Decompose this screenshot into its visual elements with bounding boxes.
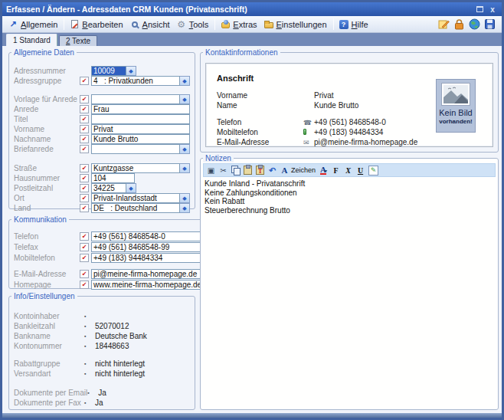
magnifier-icon — [129, 19, 140, 29]
restore-icon — [476, 6, 483, 12]
adressnummer-input[interactable]: 10009 — [91, 66, 126, 76]
field-row-strasse: Straße Kuntzgasse — [14, 164, 190, 172]
edit-check-icon[interactable] — [80, 232, 89, 241]
group-title: Notizen — [203, 154, 234, 162]
font-color-button[interactable]: A ▾ — [319, 165, 328, 176]
edit-check-icon[interactable] — [80, 164, 89, 172]
menu-tools[interactable]: Tools — [174, 18, 213, 31]
copy-icon[interactable] — [231, 165, 240, 176]
dropdown-icon[interactable] — [180, 163, 190, 173]
lock-icon[interactable] — [453, 18, 465, 30]
edit-check-icon[interactable] — [80, 115, 89, 123]
info-row-dokumente-fax: Dokumente per Fax ▪ Ja — [14, 399, 190, 407]
telefax-input[interactable]: +49 (561) 8468548-99 — [91, 242, 204, 252]
window-title: Erfassen / Ändern - Adressdaten CRM Kund… — [6, 5, 472, 14]
dropdown-icon[interactable] — [180, 94, 190, 104]
hausnummer-input[interactable]: 104 — [91, 173, 135, 183]
edit-check-icon[interactable] — [80, 243, 89, 251]
field-row-adressgruppe: Adressgruppe 4 : Privatkunden — [14, 77, 190, 85]
briefanrede-input[interactable] — [91, 144, 180, 154]
nachname-input[interactable]: Kunde Brutto — [91, 134, 190, 144]
titel-input[interactable] — [91, 114, 190, 124]
mobiltelefon-input[interactable]: +49 (183) 94484334 — [91, 253, 204, 263]
ort-input[interactable]: Privat-Inlandsstadt — [91, 193, 180, 203]
paste-icon[interactable] — [244, 166, 252, 175]
field-row-mobiltelefon: Mobiltelefon +49 (183) 94484334 — [14, 254, 214, 262]
contact-summary-panel: Anschrift Vorname Privat Name Kunde Brut… — [205, 63, 493, 147]
save-icon[interactable] — [484, 18, 496, 30]
menu-separator — [64, 18, 64, 30]
arrow-icon — [8, 19, 18, 29]
field-row-titel: Titel — [14, 115, 190, 123]
edit-check-icon[interactable] — [80, 184, 89, 192]
dropdown-icon[interactable] — [180, 193, 190, 203]
tab-texte[interactable]: 2 Texte — [59, 35, 97, 46]
edit-check-icon[interactable] — [80, 145, 89, 153]
land-input[interactable]: DE : Deutschland — [91, 203, 180, 213]
no-image-placeholder: Kein Bild vorhanden! — [436, 79, 476, 133]
close-button[interactable]: x — [487, 5, 498, 14]
dropdown-icon[interactable] — [180, 203, 190, 213]
anrede-input[interactable]: Frau — [91, 104, 190, 114]
strasse-input[interactable]: Kuntzgasse — [91, 163, 180, 173]
telefon-input[interactable]: +49 (561) 8468548-0 — [91, 231, 204, 241]
group-title: Kommunikation — [11, 215, 69, 224]
undo-icon[interactable] — [268, 165, 277, 176]
tab-strip: 1 Standard 2 Texte — [2, 33, 502, 46]
notes-textarea[interactable]: Kunde Inland - Privatanschrift Keine Zah… — [201, 177, 498, 217]
email-input[interactable]: pi@meine-firma-homepage.de — [91, 269, 204, 279]
restore-button[interactable] — [474, 5, 485, 14]
bullet-icon: ▪ — [84, 323, 95, 329]
menu-allgemein[interactable]: Allgemein — [5, 18, 61, 31]
group-kontaktinformationen: Kontaktinformationen Anschrift Vorname P… — [200, 48, 499, 153]
field-row-briefanrede: Briefanrede — [14, 145, 190, 153]
menu-hilfe[interactable]: Hilfe — [336, 18, 372, 31]
vorlage-anrede-input[interactable] — [91, 94, 180, 104]
edit-check-icon[interactable] — [80, 254, 89, 262]
bullet-icon: ▪ — [84, 343, 95, 349]
italic-button[interactable]: X — [344, 165, 352, 176]
titlebar: Erfassen / Ändern - Adressdaten CRM Kund… — [2, 2, 502, 16]
help-icon — [339, 19, 349, 29]
tab-standard[interactable]: 1 Standard — [6, 34, 57, 46]
group-notizen: Notizen T A Zeichen A ▾ F X U Kunde Inla… — [200, 154, 499, 410]
edit-check-icon[interactable] — [80, 77, 89, 85]
note-line: Kein Rabatt — [205, 197, 494, 206]
menu-extras[interactable]: Extras — [218, 18, 260, 31]
menu-bearbeiten[interactable]: Bearbeiten — [67, 18, 126, 31]
edit-check-icon[interactable] — [80, 95, 89, 103]
vorname-input[interactable]: Privat — [91, 124, 190, 134]
edit-check-icon[interactable] — [80, 105, 89, 113]
homepage-input[interactable]: www.meine-firma-homepage.de — [91, 280, 204, 290]
adressgruppe-input[interactable]: 4 : Privatkunden — [91, 76, 180, 86]
edit-check-icon[interactable] — [80, 281, 89, 289]
dropdown-icon[interactable] — [180, 144, 190, 154]
menu-einstellungen[interactable]: Einstellungen — [261, 18, 331, 31]
field-row-anrede: Anrede Frau — [14, 105, 190, 113]
insert-character-button[interactable]: A — [280, 165, 289, 176]
gear-icon — [176, 19, 187, 29]
field-row-homepage: Homepage www.meine-firma-homepage.de — [14, 281, 214, 289]
edit-check-icon[interactable] — [80, 194, 89, 202]
menu-ansicht[interactable]: Ansicht — [127, 18, 174, 31]
dropdown-icon[interactable] — [180, 76, 190, 86]
contact-note-pen-icon[interactable] — [438, 18, 450, 30]
bold-button[interactable]: F — [332, 165, 340, 176]
note-line: Kunde Inland - Privatanschrift — [205, 179, 494, 189]
cut-icon[interactable] — [219, 165, 227, 176]
field-row-adressnummer: Adressnummer 10009 — [14, 67, 190, 75]
spinner-icon[interactable] — [126, 183, 136, 193]
edit-check-icon[interactable] — [80, 204, 89, 212]
edit-note-icon[interactable] — [368, 166, 378, 176]
paste-text-icon[interactable]: T — [256, 166, 264, 175]
edit-check-icon[interactable] — [80, 135, 89, 143]
postleitzahl-input[interactable]: 34225 — [91, 183, 126, 193]
edit-check-icon[interactable] — [80, 270, 89, 278]
globe-icon[interactable] — [469, 18, 480, 30]
expand-editor-icon[interactable] — [207, 165, 215, 176]
group-title: Info/Einstellungen — [11, 292, 77, 300]
underline-button[interactable]: U — [356, 165, 365, 176]
edit-check-icon[interactable] — [80, 125, 89, 133]
edit-check-icon[interactable] — [80, 174, 89, 182]
spinner-icon[interactable] — [126, 66, 136, 76]
